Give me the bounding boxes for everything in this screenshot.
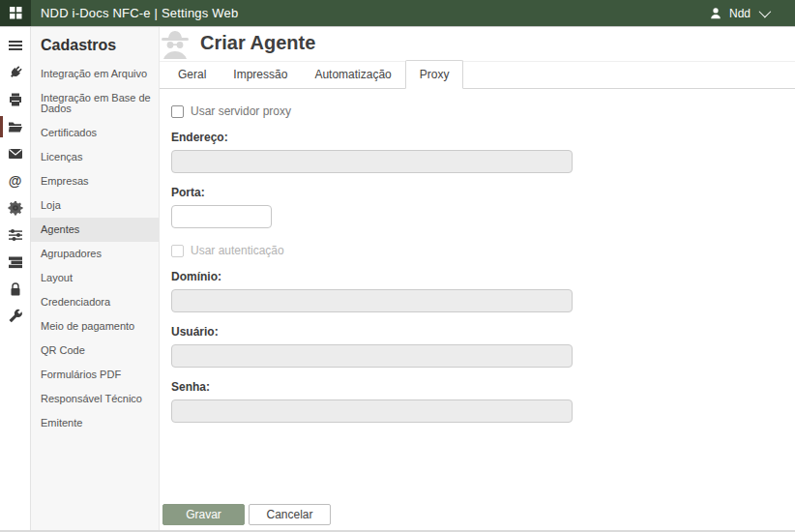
- sidebar-list: Integração em Arquivo Integração em Base…: [31, 62, 159, 435]
- sidebar-item-loja[interactable]: Loja: [31, 193, 159, 218]
- sidebar-item-emitente[interactable]: Emitente: [31, 411, 159, 435]
- proxy-form: Usar servidor proxy Endereço: Porta: Usa…: [160, 89, 795, 504]
- page-title: Criar Agente: [200, 32, 315, 54]
- dominio-input[interactable]: [171, 289, 573, 312]
- chevron-down-icon: [759, 6, 772, 18]
- mail-icon: [8, 146, 23, 162]
- menu-icon: [8, 38, 23, 53]
- sidebar-item-integracao-em-base-de-dados[interactable]: Integração em Base de Dados: [31, 86, 159, 121]
- form-actions: Gravar Cancelar: [160, 504, 795, 531]
- sidebar-item-responsavel-tecnico[interactable]: Responsável Técnico: [31, 387, 159, 411]
- page-header: Criar Agente: [160, 27, 795, 59]
- endereco-label: Endereço:: [171, 131, 795, 144]
- rail-integrations-button[interactable]: [0, 59, 30, 86]
- app-shell: @: [0, 27, 795, 531]
- rail-settings-button[interactable]: [0, 194, 30, 222]
- sidebar-item-empresas[interactable]: Empresas: [31, 169, 159, 193]
- use-proxy-checkbox[interactable]: [171, 105, 184, 118]
- save-button[interactable]: Gravar: [162, 504, 245, 525]
- sidebar-item-meio-de-pagamento[interactable]: Meio de pagamento: [31, 314, 159, 339]
- agent-spy-icon: [160, 28, 191, 59]
- at-sign-icon: @: [9, 174, 22, 188]
- wrench-icon: [8, 309, 23, 324]
- grid-launcher-icon: [10, 7, 22, 19]
- sliders-icon: [8, 227, 23, 243]
- tab-bar: Geral Impressão Automatização Proxy: [160, 61, 795, 89]
- sidebar-item-formularios-pdf[interactable]: Formulários PDF: [31, 363, 159, 387]
- user-name: Ndd: [729, 7, 751, 20]
- use-auth-checkbox[interactable]: [171, 245, 184, 257]
- usuario-input[interactable]: [171, 344, 573, 368]
- rail-layouts-button[interactable]: [0, 249, 30, 276]
- sidebar-item-credenciadora[interactable]: Credenciadora: [31, 290, 159, 314]
- porta-input[interactable]: [171, 205, 272, 228]
- sidebar-item-agrupadores[interactable]: Agrupadores: [31, 242, 159, 266]
- use-proxy-row: Usar servidor proxy: [171, 104, 795, 118]
- rail-tools-button[interactable]: [0, 303, 30, 330]
- plug-icon: [8, 65, 23, 80]
- cancel-button[interactable]: Cancelar: [249, 504, 331, 525]
- app-launcher-button[interactable]: [0, 0, 31, 26]
- use-auth-row: Usar autenticação: [171, 244, 795, 257]
- tab-geral[interactable]: Geral: [164, 61, 220, 88]
- sidebar-item-integracao-em-arquivo[interactable]: Integração em Arquivo: [31, 62, 159, 86]
- use-proxy-label: Usar servidor proxy: [191, 104, 291, 118]
- cadastros-sidebar: Cadastros Integração em Arquivo Integraç…: [31, 27, 160, 531]
- dominio-label: Domínio:: [171, 270, 795, 283]
- sidebar-item-layout[interactable]: Layout: [31, 266, 159, 290]
- use-auth-label: Usar autenticação: [191, 244, 284, 257]
- sidebar-title: Cadastros: [31, 27, 159, 62]
- rail-at-button[interactable]: @: [0, 167, 30, 194]
- app-title: NDD i-Docs NFC-e | Settings Web: [41, 6, 238, 20]
- sidebar-item-qr-code[interactable]: QR Code: [31, 339, 159, 363]
- sidebar-item-agentes[interactable]: Agentes: [31, 218, 159, 242]
- endereco-input[interactable]: [171, 150, 573, 173]
- person-icon: [709, 7, 722, 20]
- rail-preferences-button[interactable]: [0, 222, 30, 249]
- senha-label: Senha:: [171, 380, 795, 394]
- rail-security-button[interactable]: [0, 276, 30, 303]
- rail-cadastros-button[interactable]: [0, 113, 30, 140]
- gear-icon: [8, 200, 23, 216]
- porta-label: Porta:: [171, 186, 795, 199]
- tab-impressao[interactable]: Impressão: [220, 61, 301, 88]
- user-menu[interactable]: Ndd: [709, 7, 768, 20]
- lock-icon: [8, 281, 23, 297]
- printer-icon: [8, 92, 23, 107]
- rail-mail-button[interactable]: [0, 140, 30, 167]
- senha-input[interactable]: [171, 399, 573, 423]
- main-content: Criar Agente Geral Impressão Automatizaç…: [160, 27, 795, 531]
- stack-icon: [8, 254, 23, 270]
- usuario-label: Usuário:: [171, 325, 795, 339]
- sidebar-item-certificados[interactable]: Certificados: [31, 121, 159, 145]
- folder-open-icon: [8, 119, 23, 134]
- icon-rail: @: [0, 27, 31, 531]
- sidebar-item-licencas[interactable]: Licenças: [31, 145, 159, 169]
- rail-printing-button[interactable]: [0, 86, 30, 113]
- rail-menu-button[interactable]: [0, 32, 30, 59]
- tab-proxy[interactable]: Proxy: [405, 60, 464, 89]
- tab-automatizacao[interactable]: Automatização: [301, 61, 404, 88]
- top-bar: NDD i-Docs NFC-e | Settings Web Ndd: [0, 0, 795, 27]
